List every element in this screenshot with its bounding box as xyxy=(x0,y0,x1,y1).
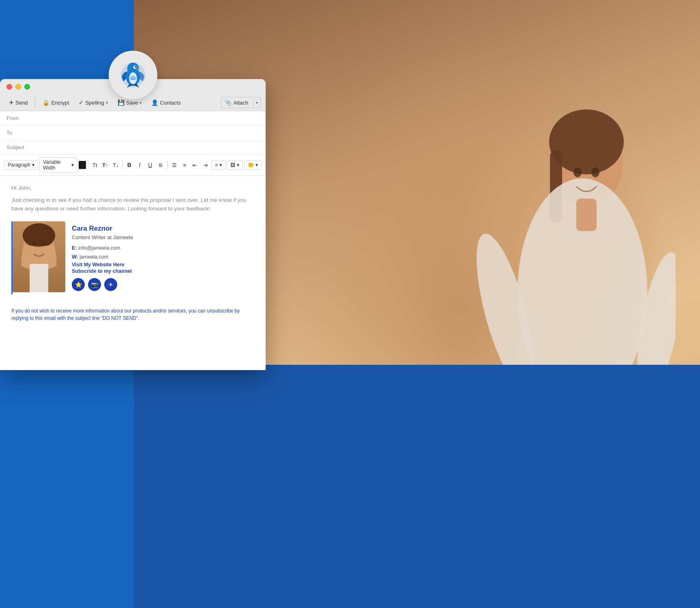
contacts-icon: 👤 xyxy=(151,99,158,106)
signature-photo xyxy=(13,221,65,292)
subject-row: Subject xyxy=(0,140,266,155)
strikethrough-button[interactable]: S xyxy=(156,160,165,170)
sig-website: W: jameela.com xyxy=(72,253,248,261)
traffic-light-maximize[interactable] xyxy=(24,84,30,90)
save-dropdown-arrow[interactable]: ▾ xyxy=(140,101,142,105)
image-dropdown-arrow: ▾ xyxy=(237,162,239,168)
svg-point-27 xyxy=(23,224,55,247)
bullet-list-button[interactable]: ☰ xyxy=(170,160,179,170)
sig-email: E: info@jameela.com xyxy=(72,244,248,252)
emoji-icon: 🙂 xyxy=(248,162,254,168)
email-headers: From To Subject xyxy=(0,111,266,155)
fmt-separator-2 xyxy=(122,161,123,169)
outdent-button[interactable]: ⇤ xyxy=(191,160,200,170)
text-size-down-button[interactable]: T↓ xyxy=(111,160,120,170)
encrypt-icon: 🔒 xyxy=(43,99,49,106)
to-row: To xyxy=(0,126,266,140)
send-icon: ✈ xyxy=(9,99,14,106)
sig-name: Cara Reznor xyxy=(72,225,248,233)
svg-rect-24 xyxy=(30,264,48,292)
sig-social-icons: ⭐ 📷 ✈ xyxy=(72,278,248,291)
image-button[interactable]: 🖼 ▾ xyxy=(227,160,243,170)
bold-button[interactable]: B xyxy=(125,160,134,170)
bottom-blue-strip xyxy=(134,365,700,608)
to-label: To xyxy=(6,130,33,136)
subject-label: Subject xyxy=(6,144,33,150)
attach-icon: 📎 xyxy=(225,99,232,106)
yelp-icon[interactable]: ⭐ xyxy=(72,278,85,291)
sig-visit-link[interactable]: Visit My Website Here xyxy=(72,262,248,268)
greeting-text: Hi John, xyxy=(11,184,254,193)
text-style-tt-button[interactable]: Tt xyxy=(90,160,100,170)
from-label: From xyxy=(6,115,33,121)
toolbar-separator-1 xyxy=(35,98,35,107)
fmt-separator-3 xyxy=(167,161,167,169)
encrypt-button[interactable]: 🔒 Encrypt xyxy=(39,97,73,108)
underline-button[interactable]: U xyxy=(146,160,155,170)
subject-input[interactable] xyxy=(33,143,259,152)
tripadvisor-icon[interactable]: ✈ xyxy=(104,278,117,291)
italic-button[interactable]: I xyxy=(135,160,144,170)
emoji-dropdown-arrow: ▾ xyxy=(256,162,258,168)
thunderbird-logo xyxy=(109,51,157,99)
numbered-list-button[interactable]: ≡ xyxy=(180,160,189,170)
disclaimer-text: If you do not wish to receive more infor… xyxy=(11,304,254,322)
body-text: Just checking in to see if you had a cha… xyxy=(11,196,254,213)
attach-button[interactable]: 📎 Attach ▾ xyxy=(221,97,261,108)
left-blue-panel-bottom xyxy=(0,365,134,608)
to-input[interactable] xyxy=(33,128,259,137)
svg-point-13 xyxy=(573,167,582,177)
email-body[interactable]: Hi John, Just checking in to see if you … xyxy=(0,176,266,370)
format-toolbar: Paragraph ▾ Variable Width ▾ Tt T↑ T↓ B … xyxy=(0,155,266,176)
paragraph-dropdown-arrow: ▾ xyxy=(32,162,34,168)
svg-point-14 xyxy=(591,167,599,177)
signature-info: Cara Reznor Content Writer at Jameela E:… xyxy=(65,221,254,295)
svg-point-19 xyxy=(135,66,136,68)
image-icon: 🖼 xyxy=(230,162,235,168)
attach-dropdown-arrow[interactable]: ▾ xyxy=(253,98,260,107)
align-dropdown-arrow: ▾ xyxy=(219,162,222,168)
text-size-up-button[interactable]: T↑ xyxy=(101,160,110,170)
traffic-light-minimize[interactable] xyxy=(15,84,21,90)
color-swatch[interactable] xyxy=(79,161,86,169)
sig-subscribe-link[interactable]: Subscride to my channel xyxy=(72,268,248,274)
thunderbird-bird-icon xyxy=(117,59,149,91)
fmt-separator-1 xyxy=(88,161,88,169)
variable-width-dropdown[interactable]: Variable Width ▾ xyxy=(39,157,77,173)
variable-width-arrow: ▾ xyxy=(71,162,74,168)
send-button[interactable]: ✈ Send xyxy=(5,97,32,108)
spelling-button[interactable]: ✓ Spelling ▾ xyxy=(75,97,112,108)
align-button[interactable]: ≡ ▾ xyxy=(211,160,225,170)
spelling-dropdown-arrow[interactable]: ▾ xyxy=(106,101,108,105)
spelling-icon: ✓ xyxy=(79,99,84,106)
svg-rect-4 xyxy=(576,199,597,231)
paragraph-dropdown[interactable]: Paragraph ▾ xyxy=(4,160,38,170)
instagram-icon[interactable]: 📷 xyxy=(88,278,101,291)
email-signature: Cara Reznor Content Writer at Jameela E:… xyxy=(11,221,254,295)
traffic-light-close[interactable] xyxy=(6,84,12,90)
emoji-button[interactable]: 🙂 ▾ xyxy=(244,160,262,170)
indent-button[interactable]: ⇥ xyxy=(201,160,210,170)
sig-title: Content Writer at Jameela xyxy=(72,234,248,240)
from-row: From xyxy=(0,111,266,126)
email-compose-window: ✈ Send 🔒 Encrypt ✓ Spelling ▾ 💾 Save ▾ 👤… xyxy=(0,79,266,370)
save-icon: 💾 xyxy=(118,99,125,106)
contacts-button[interactable]: 👤 Contacts xyxy=(147,97,185,108)
